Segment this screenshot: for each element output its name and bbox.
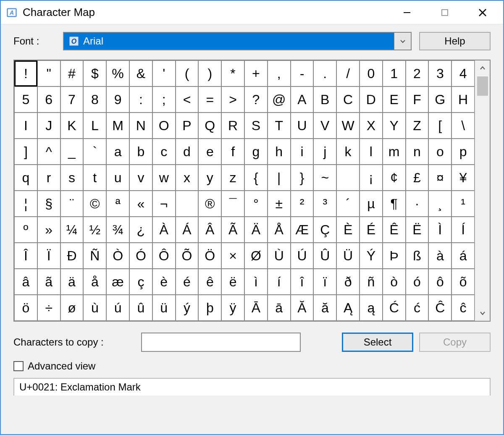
character-cell[interactable]: ^ — [37, 139, 60, 165]
character-cell[interactable]: D — [360, 86, 383, 113]
character-cell[interactable]: à — [428, 243, 452, 269]
character-cell[interactable]: ¿ — [129, 217, 152, 243]
character-cell[interactable]: Ä — [244, 217, 268, 243]
character-cell[interactable]: ò — [383, 269, 406, 295]
character-cell[interactable]: c — [152, 139, 176, 165]
character-cell[interactable]: Ă — [291, 295, 314, 321]
character-cell[interactable]: , — [268, 60, 291, 86]
character-cell[interactable]: Ð — [60, 243, 84, 269]
character-cell[interactable]: ¬ — [152, 191, 176, 217]
character-cell[interactable]: s — [60, 165, 84, 191]
character-cell[interactable]: Z — [406, 113, 429, 139]
character-cell[interactable]: 1 — [383, 60, 406, 86]
character-cell[interactable]: ² — [291, 191, 314, 217]
character-cell[interactable]: Ā — [244, 295, 268, 321]
character-cell[interactable]: ð — [336, 269, 360, 295]
character-cell[interactable]: ç — [129, 269, 152, 295]
character-cell[interactable]: R — [221, 113, 244, 139]
character-cell[interactable]: ó — [406, 269, 429, 295]
character-cell[interactable]: ¹ — [452, 191, 475, 217]
maximize-button[interactable] — [426, 1, 464, 24]
character-cell[interactable]: y — [198, 165, 221, 191]
character-cell[interactable]: o — [428, 139, 452, 165]
dropdown-arrow[interactable] — [394, 33, 411, 50]
character-cell[interactable]: ¨ — [60, 191, 84, 217]
scroll-thumb[interactable] — [477, 76, 488, 96]
character-cell[interactable]: À — [152, 217, 176, 243]
character-cell[interactable]: 9 — [106, 86, 129, 113]
character-cell[interactable]: ã — [37, 269, 60, 295]
character-cell[interactable]: + — [244, 60, 268, 86]
character-cell[interactable]: ï — [313, 269, 336, 295]
advanced-view-checkbox[interactable] — [13, 361, 24, 371]
character-cell[interactable]: ­ — [176, 191, 199, 217]
character-cell[interactable]: Ç — [313, 217, 336, 243]
character-cell[interactable]: Ö — [198, 243, 221, 269]
character-cell[interactable]: m — [383, 139, 406, 165]
character-cell[interactable]: q — [14, 165, 37, 191]
character-cell[interactable]: K — [60, 113, 84, 139]
character-cell[interactable]: @ — [268, 86, 291, 113]
characters-to-copy-input[interactable] — [141, 333, 301, 352]
character-cell[interactable]: C — [336, 86, 360, 113]
character-cell[interactable]: 2 — [406, 60, 429, 86]
character-cell[interactable]: 6 — [37, 86, 60, 113]
character-cell[interactable]: d — [176, 139, 199, 165]
character-cell[interactable]: 0 — [360, 60, 383, 86]
character-cell[interactable]: 7 — [60, 86, 84, 113]
character-cell[interactable]: j — [313, 139, 336, 165]
character-cell[interactable]: © — [83, 191, 106, 217]
character-cell[interactable]: Ó — [129, 243, 152, 269]
character-cell[interactable]: J — [37, 113, 60, 139]
character-cell[interactable]: \ — [452, 113, 475, 139]
character-cell[interactable]: ù — [83, 295, 106, 321]
character-cell[interactable]: z — [221, 165, 244, 191]
font-dropdown[interactable]: O Arial — [63, 32, 412, 50]
character-cell[interactable]: F — [406, 86, 429, 113]
character-cell[interactable]: Ï — [37, 243, 60, 269]
character-cell[interactable]: Ĉ — [428, 295, 452, 321]
character-cell[interactable]: Ô — [152, 243, 176, 269]
character-cell[interactable]: ¦ — [14, 191, 37, 217]
character-cell[interactable]: ~ — [313, 165, 336, 191]
character-cell[interactable]: ¥ — [452, 165, 475, 191]
character-cell[interactable]: Ì — [428, 217, 452, 243]
character-cell[interactable]: ! — [14, 60, 37, 86]
character-cell[interactable]: á — [452, 243, 475, 269]
character-cell[interactable]: Ü — [336, 243, 360, 269]
scroll-up-button[interactable] — [475, 60, 490, 76]
character-cell[interactable]: : — [129, 86, 152, 113]
character-cell[interactable]: ú — [106, 295, 129, 321]
character-cell[interactable]: u — [106, 165, 129, 191]
character-cell[interactable]: Ą — [336, 295, 360, 321]
character-cell[interactable]: î — [291, 269, 314, 295]
character-cell[interactable]: Õ — [176, 243, 199, 269]
minimize-button[interactable] — [388, 1, 426, 24]
character-cell[interactable]: ä — [60, 269, 84, 295]
character-cell[interactable]: ± — [268, 191, 291, 217]
character-cell[interactable]: ñ — [360, 269, 383, 295]
character-cell[interactable]: t — [83, 165, 106, 191]
character-cell[interactable]: ü — [152, 295, 176, 321]
character-cell[interactable]: ą — [360, 295, 383, 321]
character-cell[interactable]: ` — [83, 139, 106, 165]
character-cell[interactable]: º — [14, 217, 37, 243]
character-cell[interactable]: O — [152, 113, 176, 139]
character-cell[interactable]: ) — [198, 60, 221, 86]
character-cell[interactable]: L — [83, 113, 106, 139]
character-cell[interactable]: r — [37, 165, 60, 191]
character-cell[interactable]: w — [152, 165, 176, 191]
character-cell[interactable]: ¾ — [106, 217, 129, 243]
character-cell[interactable]: ø — [60, 295, 84, 321]
character-cell[interactable]: ; — [152, 86, 176, 113]
character-cell[interactable]: B — [313, 86, 336, 113]
copy-button[interactable]: Copy — [419, 333, 491, 352]
character-cell[interactable]: Ë — [406, 217, 429, 243]
character-cell[interactable] — [336, 165, 360, 191]
character-cell[interactable]: ¢ — [383, 165, 406, 191]
character-cell[interactable]: ¯ — [221, 191, 244, 217]
character-cell[interactable]: g — [244, 139, 268, 165]
character-cell[interactable]: ] — [14, 139, 37, 165]
character-cell[interactable]: S — [244, 113, 268, 139]
character-cell[interactable]: ÷ — [37, 295, 60, 321]
